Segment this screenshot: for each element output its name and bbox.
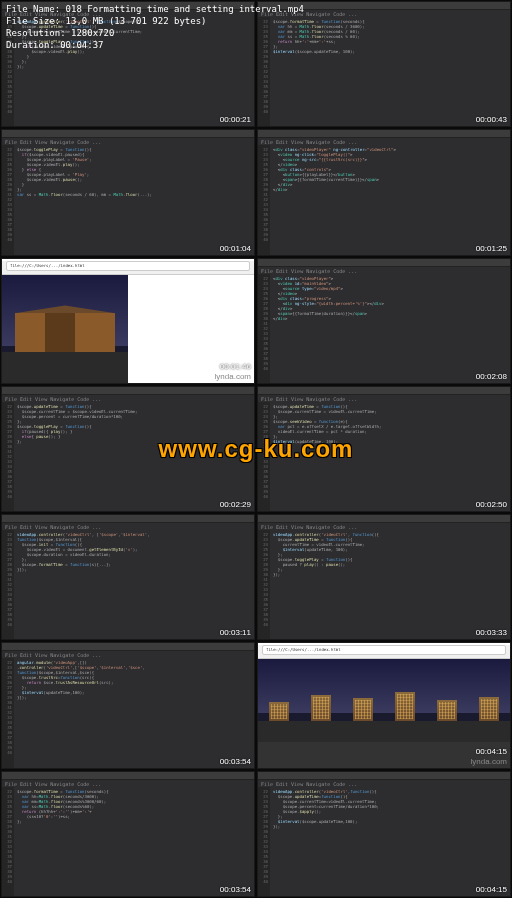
editor-titlebar [2, 772, 254, 780]
line-gutter: 22 23 24 25 26 27 28 29 30 31 32 33 34 3… [258, 787, 270, 896]
thumb-6[interactable]: File Edit View Navigate Code ... 22 23 2… [257, 258, 511, 384]
line-gutter: 22 23 24 25 26 27 28 29 30 31 32 33 34 3… [2, 658, 14, 767]
line-gutter: 22 23 24 25 26 27 28 29 30 31 32 33 34 3… [258, 530, 270, 639]
timestamp: 00:04:15 [476, 885, 507, 894]
editor-titlebar [258, 515, 510, 523]
timestamp: 00:02:29 [220, 500, 251, 509]
video-preview[interactable] [2, 275, 128, 384]
filesize: File Size: 13,0 MB (13 701 922 bytes) [6, 15, 506, 27]
thumb-9[interactable]: File Edit View Navigate Code ... 22 23 2… [1, 514, 255, 640]
thumb-4[interactable]: File Edit View Navigate Code ... 22 23 2… [257, 129, 511, 255]
building-icon [437, 700, 457, 722]
editor-titlebar [2, 643, 254, 651]
thumb-3[interactable]: File Edit View Navigate Code ... 22 23 2… [1, 129, 255, 255]
video-controls[interactable] [2, 377, 128, 384]
timestamp: 00:00:43 [476, 115, 507, 124]
timestamp: 00:01:46 [220, 362, 251, 371]
thumb-5-browser[interactable]: file:///C:/Users/.../index.html lynda.co… [1, 258, 255, 384]
editor-menu: File Edit View Navigate Code ... [2, 395, 254, 402]
code-content: <div class="videoPlayer" ng-controller="… [271, 145, 510, 244]
code-content: videoApp.controller('videoCtrl', functio… [271, 530, 510, 629]
ground [258, 721, 510, 742]
building-icon [269, 702, 289, 722]
duration: Duration: 00:04:37 [6, 39, 506, 51]
lynda-watermark: lynda.com [215, 372, 251, 381]
timestamp: 00:02:08 [476, 372, 507, 381]
resolution: Resolution: 1280x720 [6, 27, 506, 39]
editor-menu: File Edit View Navigate Code ... [258, 267, 510, 274]
browser-url-bar[interactable]: file:///C:/Users/.../index.html [262, 645, 506, 655]
code-content: $scope.togglePlay = function(){ if($scop… [15, 145, 254, 244]
line-gutter: 22 23 24 25 26 27 28 29 30 31 32 33 34 3… [2, 530, 14, 639]
thumb-14[interactable]: File Edit View Navigate Code ... 22 23 2… [257, 771, 511, 897]
timestamp: 00:00:21 [220, 115, 251, 124]
code-content: videoApp.controller('videoCtrl',function… [271, 787, 510, 886]
filename: File Name: 018 Formatting time and setti… [6, 3, 506, 15]
timestamp: 00:03:33 [476, 628, 507, 637]
code-content: videoApp.controller('videoCtrl', ['$scop… [15, 530, 254, 629]
editor-titlebar [258, 772, 510, 780]
browser-url-bar[interactable]: file:///C:/Users/.../index.html [6, 261, 250, 271]
line-gutter: 22 23 24 25 26 27 28 29 30 31 32 33 34 3… [2, 402, 14, 511]
timestamp: 00:01:25 [476, 244, 507, 253]
timestamp: 00:01:04 [220, 244, 251, 253]
browser-viewport [2, 275, 254, 384]
line-gutter: 22 23 24 25 26 27 28 29 30 31 32 33 34 3… [258, 145, 270, 254]
watermark-site: www.cg-ku.com [159, 435, 354, 463]
timestamp: 00:02:50 [476, 500, 507, 509]
browser-viewport [258, 659, 510, 768]
timestamp: 00:04:15 [476, 747, 507, 756]
building-graphic [15, 313, 116, 352]
timestamp: 00:03:54 [220, 885, 251, 894]
editor-titlebar [2, 130, 254, 138]
browser-chrome: file:///C:/Users/.../index.html [258, 645, 510, 659]
file-info-header: File Name: 018 Formatting time and setti… [0, 0, 512, 54]
video-preview[interactable] [258, 659, 510, 742]
editor-menu: File Edit View Navigate Code ... [2, 651, 254, 658]
code-content: <div class="videoPlayer"> <video id="mai… [271, 274, 510, 373]
timestamp: 00:03:11 [220, 628, 251, 637]
editor-menu: File Edit View Navigate Code ... [258, 395, 510, 402]
editor-menu: File Edit View Navigate Code ... [258, 523, 510, 530]
editor-titlebar [258, 387, 510, 395]
code-content: $scope.formatTime = function(seconds){ v… [15, 787, 254, 886]
city-buildings [258, 688, 510, 721]
editor-titlebar [2, 515, 254, 523]
editor-menu: File Edit View Navigate Code ... [258, 138, 510, 145]
building-icon [479, 697, 499, 722]
editor-titlebar [258, 130, 510, 138]
line-gutter: 22 23 24 25 26 27 28 29 30 31 32 33 34 3… [2, 787, 14, 896]
editor-titlebar [258, 259, 510, 267]
building-icon [395, 692, 415, 722]
editor-menu: File Edit View Navigate Code ... [2, 780, 254, 787]
timestamp: 00:03:54 [220, 757, 251, 766]
thumb-10[interactable]: File Edit View Navigate Code ... 22 23 2… [257, 514, 511, 640]
building-icon [353, 698, 373, 721]
browser-chrome: file:///C:/Users/.../index.html [2, 261, 254, 275]
editor-menu: File Edit View Navigate Code ... [2, 523, 254, 530]
code-content: angular.module('videoApp',[]) .controlle… [15, 658, 254, 757]
editor-menu: File Edit View Navigate Code ... [2, 138, 254, 145]
editor-menu: File Edit View Navigate Code ... [258, 780, 510, 787]
building-icon [311, 695, 331, 721]
line-gutter: 22 23 24 25 26 27 28 29 30 31 32 33 34 3… [2, 145, 14, 254]
editor-titlebar [2, 387, 254, 395]
thumb-13[interactable]: File Edit View Navigate Code ... 22 23 2… [1, 771, 255, 897]
thumb-12-browser[interactable]: file:///C:/Users/.../index.html lynda.co… [257, 642, 511, 768]
line-gutter: 22 23 24 25 26 27 28 29 30 31 32 33 34 3… [258, 274, 270, 383]
thumb-11[interactable]: File Edit View Navigate Code ... 22 23 2… [1, 642, 255, 768]
lynda-watermark: lynda.com [471, 757, 507, 766]
